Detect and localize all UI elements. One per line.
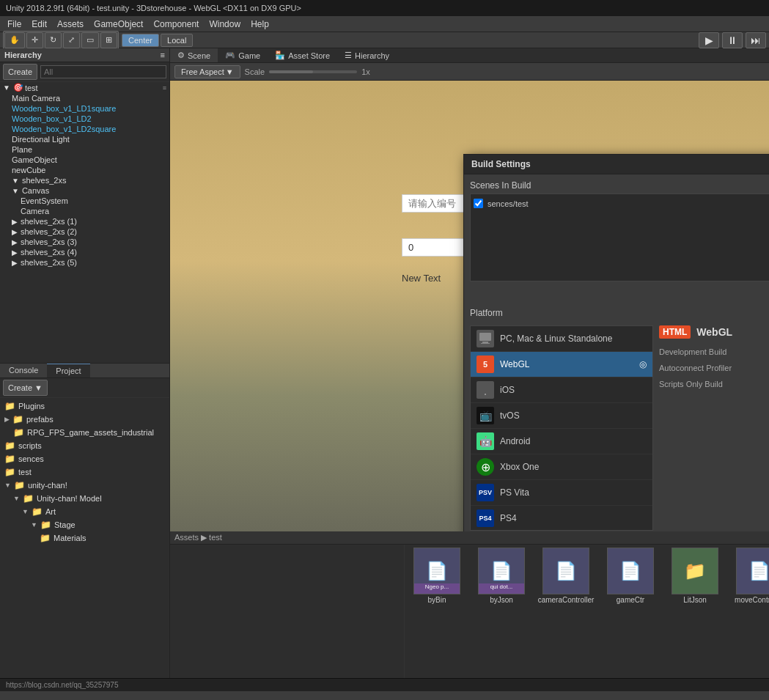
tab-game[interactable]: 🎮 Game — [218, 48, 268, 62]
item-label: newCube — [12, 166, 45, 174]
hierarchy-item-shelves3[interactable]: ▶ shelves_2xs (3) — [0, 237, 169, 247]
center-button[interactable]: Center — [122, 34, 159, 47]
menu-file[interactable]: File — [3, 18, 26, 31]
tab-hierarchy[interactable]: ☰ Hierarchy — [337, 48, 397, 62]
scale-bar[interactable] — [269, 70, 357, 73]
platform-item-ios[interactable]: iOS — [471, 377, 652, 403]
platform-item-tvos[interactable]: 📺 tvOS — [471, 403, 652, 429]
menu-component[interactable]: Component — [149, 18, 203, 31]
asset-byjson[interactable]: 📄 qui dot... byJson — [472, 548, 531, 675]
project-item-rpg[interactable]: 📁 RPG_FPS_game_assets_industrial — [1, 426, 168, 439]
asset-label: byBin — [427, 596, 446, 604]
hierarchy-item-newcube[interactable]: newCube — [0, 165, 169, 175]
hierarchy-item-main-camera[interactable]: Main Camera — [0, 93, 169, 103]
menu-window[interactable]: Window — [205, 18, 245, 31]
project-item-art[interactable]: ▼ 📁 Art — [1, 505, 168, 518]
scene-checkbox[interactable] — [474, 199, 483, 208]
local-button[interactable]: Local — [161, 34, 193, 47]
menu-gameobject[interactable]: GameObject — [89, 18, 147, 31]
play-button[interactable]: ▶ — [699, 32, 719, 48]
hand-tool[interactable]: ✋ — [4, 32, 25, 48]
platform-item-psvita[interactable]: PSV PS Vita — [471, 480, 652, 506]
folder-icon: 📁 — [4, 401, 15, 411]
tab-asset-store[interactable]: 🏪 Asset Store — [268, 48, 337, 62]
menu-bar: File Edit Assets GameObject Component Wi… — [0, 16, 769, 32]
asset-camera-controller[interactable]: 📄 cameraController — [537, 548, 595, 675]
project-item-unitychan[interactable]: ▼ 📁 unity-chan! — [1, 479, 168, 492]
asset-move-controller[interactable]: 📄 moveController — [730, 548, 769, 675]
free-aspect-btn[interactable]: Free Aspect ▼ — [174, 65, 240, 78]
scene-viewport[interactable]: 查询 定位当前物体 New Text Build Settings ✕ — [170, 81, 769, 531]
hierarchy-item-shelves4[interactable]: ▶ shelves_2xs (4) — [0, 247, 169, 257]
hierarchy-toolbar: Create — [0, 62, 169, 82]
hierarchy-content: ▼ 🎯 test ≡ Main Camera Wooden_box_v1_LD1… — [0, 82, 169, 363]
menu-help[interactable]: Help — [246, 18, 273, 31]
project-item-materials[interactable]: 📁 Materials — [1, 531, 168, 545]
platform-item-webgl[interactable]: 5 WebGL ◎ — [471, 352, 652, 377]
menu-assets[interactable]: Assets — [53, 18, 88, 31]
hierarchy-item-gameobject[interactable]: GameObject — [0, 155, 169, 165]
project-item-scripts[interactable]: 📁 scripts — [1, 439, 168, 452]
hierarchy-item-wooden1[interactable]: Wooden_box_v1_LD1square — [0, 103, 169, 114]
hierarchy-item-shelves[interactable]: ▼ shelves_2xs — [0, 175, 169, 185]
project-item-plugins[interactable]: 📁 Plugins — [1, 399, 168, 413]
hierarchy-create-btn[interactable]: Create — [3, 64, 37, 80]
project-item-stage[interactable]: ▼ 📁 Stage — [1, 518, 168, 531]
folder-icon: 📁 — [23, 493, 34, 504]
hierarchy-item-eventsystem[interactable]: EventSystem — [0, 196, 169, 206]
asset-litjson[interactable]: 📁 LitJson — [666, 548, 724, 675]
hierarchy-item-dir-light[interactable]: Directional Light — [0, 134, 169, 144]
asset-store-tab-icon: 🏪 — [275, 51, 285, 60]
move-tool[interactable]: ✛ — [26, 32, 43, 48]
scale-tool[interactable]: ⤢ — [63, 32, 80, 48]
project-create-btn[interactable]: Create ▼ — [3, 380, 48, 396]
hierarchy-item-wooden3[interactable]: Wooden_box_v1_LD2square — [0, 124, 169, 134]
project-item-unitychan-model[interactable]: ▼ 📁 Unity-chan! Model — [1, 492, 168, 505]
project-item-test[interactable]: 📁 test — [1, 465, 168, 479]
step-button[interactable]: ⏭ — [746, 32, 766, 48]
platform-item-android[interactable]: 🤖 Android — [471, 429, 652, 454]
hierarchy-item-plane[interactable]: Plane — [0, 144, 169, 155]
rotate-tool[interactable]: ↻ — [45, 32, 62, 48]
hierarchy-item-shelves2[interactable]: ▶ shelves_2xs (2) — [0, 226, 169, 237]
asset-bybin[interactable]: 📄 Ngeo p... byBin — [408, 548, 466, 675]
asset-thumb: 📄 — [736, 548, 769, 594]
folder-icon: 📁 — [14, 480, 25, 490]
asset-thumb: 📁 — [672, 548, 718, 594]
hierarchy-item-canvas[interactable]: ▼ Canvas — [0, 185, 169, 196]
pause-button[interactable]: ⏸ — [722, 32, 743, 48]
hierarchy-options[interactable]: ≡ — [163, 84, 166, 92]
hierarchy-item-test[interactable]: ▼ 🎯 test ≡ — [0, 82, 169, 93]
platform-item-xbox[interactable]: ⊕ Xbox One — [471, 454, 652, 480]
transform-tool[interactable]: ⊞ — [100, 32, 117, 48]
tab-scene[interactable]: ⚙ Scene — [170, 48, 218, 62]
hierarchy-search[interactable] — [40, 65, 166, 78]
folder-icon: 📁 — [40, 533, 51, 543]
project-item-sences[interactable]: 📁 sences — [1, 452, 168, 465]
platform-item-ps4[interactable]: PS4 PS4 — [471, 506, 652, 531]
tool-group: ✋ ✛ ↻ ⤢ ▭ ⊞ — [3, 31, 119, 50]
folder-icon: 📁 — [40, 520, 51, 530]
tab-console[interactable]: Console — [0, 364, 47, 377]
hierarchy-item-camera[interactable]: Camera — [0, 206, 169, 216]
menu-edit[interactable]: Edit — [27, 18, 51, 31]
breadcrumb-path: Assets ▶ test — [174, 533, 222, 542]
selected-platform-name: WebGL — [696, 326, 732, 338]
project-item-prefabs[interactable]: ▶ 📁 prefabs — [1, 413, 168, 426]
item-label: shelves_2xs (5) — [21, 258, 77, 267]
platform-item-pc[interactable]: PC, Mac & Linux Standalone — [471, 326, 652, 352]
asset-store-tab-label: Asset Store — [288, 51, 330, 60]
rect-tool[interactable]: ▭ — [81, 32, 99, 48]
asset-gamectr[interactable]: 📄 gameCtr — [601, 548, 660, 675]
breadcrumb-bar: Assets ▶ test — [170, 531, 769, 545]
hierarchy-item-shelves1[interactable]: ▶ shelves_2xs (1) — [0, 216, 169, 226]
hierarchy-options-icon[interactable]: ≡ — [161, 51, 165, 59]
hierarchy-item-shelves5[interactable]: ▶ shelves_2xs (5) — [0, 257, 169, 268]
ios-icon — [477, 381, 494, 399]
hierarchy-item-wooden2[interactable]: Wooden_box_v1_LD2 — [0, 114, 169, 124]
platform-label: iOS — [500, 385, 515, 395]
tab-project[interactable]: Project — [47, 364, 89, 377]
asset-label: byJson — [490, 596, 513, 604]
item-label: Main Camera — [12, 94, 60, 103]
item-label: Camera — [21, 207, 49, 215]
